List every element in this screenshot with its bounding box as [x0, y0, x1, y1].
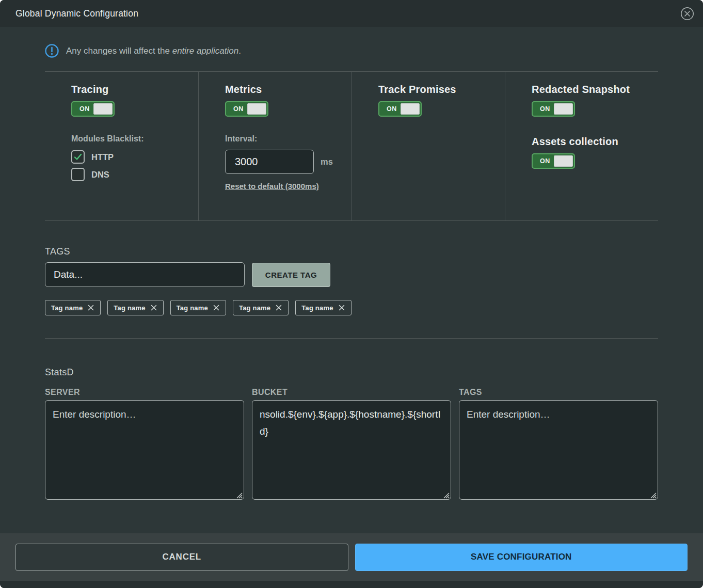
x-icon — [213, 304, 220, 311]
toggle-on-label: ON — [79, 105, 90, 113]
x-icon — [338, 304, 345, 311]
server-textarea[interactable] — [45, 400, 244, 500]
statsd-tags-textarea[interactable] — [459, 400, 658, 500]
close-button[interactable] — [680, 6, 694, 21]
notice-text: Any changes will affect the entire appli… — [66, 46, 241, 56]
redacted-snapshot-title: Redacted Snapshot — [532, 84, 650, 96]
modal-header: Global Dynamic Configuration — [0, 0, 703, 27]
statsd-section-label: StatsD — [45, 367, 658, 378]
panel-redacted-snapshot: Redacted Snapshot ON Assets collection O… — [505, 72, 658, 220]
http-checkbox[interactable] — [71, 150, 85, 164]
settings-grid: Tracing ON Modules Blacklist: HTTP — [45, 71, 658, 221]
tag-chip-label: Tag name — [239, 304, 270, 312]
dns-checkbox-label: DNS — [91, 170, 109, 180]
interval-input[interactable] — [225, 150, 314, 174]
tags-section: TAGS CREATE TAG Tag name Tag name Tag na… — [45, 246, 658, 315]
toggle-knob — [554, 103, 573, 115]
statsd-server-field: SERVER — [45, 388, 244, 502]
statsd-section: StatsD SERVER BUCKET nsolid.${env}.${app… — [45, 367, 658, 502]
modal-bottom-edge — [0, 581, 703, 588]
panel-metrics: Metrics ON Interval: ms Reset to default… — [198, 72, 352, 220]
http-checkbox-label: HTTP — [91, 152, 114, 162]
tag-chip: Tag name — [295, 300, 351, 315]
toggle-on-label: ON — [540, 105, 550, 113]
statsd-grid: SERVER BUCKET nsolid.${env}.${app}.${hos… — [45, 388, 658, 502]
modules-blacklist-label: Modules Blacklist: — [71, 134, 190, 144]
x-icon — [275, 304, 282, 311]
section-divider — [45, 338, 658, 339]
toggle-on-label: ON — [233, 105, 244, 113]
tag-chip: Tag name — [45, 300, 101, 315]
track-promises-title: Track Promises — [378, 84, 497, 96]
panel-tracing: Tracing ON Modules Blacklist: HTTP — [45, 72, 198, 220]
toggle-knob — [247, 103, 266, 115]
toggle-knob — [93, 103, 113, 115]
interval-row: ms — [225, 150, 343, 174]
statsd-bucket-field: BUCKET nsolid.${env}.${app}.${hostname}.… — [252, 388, 451, 502]
reset-default-link[interactable]: Reset to default (3000ms) — [225, 182, 319, 190]
checkbox-row-dns[interactable]: DNS — [71, 168, 190, 181]
redacted-snapshot-toggle[interactable]: ON — [532, 101, 575, 117]
tag-chip-label: Tag name — [51, 304, 83, 312]
metrics-toggle[interactable]: ON — [225, 101, 268, 117]
remove-tag-button[interactable] — [87, 304, 94, 311]
tags-section-label: TAGS — [45, 246, 658, 257]
notice-banner: Any changes will affect the entire appli… — [45, 44, 658, 58]
statsd-tags-field: TAGS — [459, 388, 658, 502]
tag-chip-label: Tag name — [177, 304, 208, 312]
toggle-knob — [401, 103, 420, 115]
x-icon — [150, 304, 157, 311]
toggle-on-label: ON — [387, 105, 397, 113]
interval-unit: ms — [321, 157, 333, 167]
metrics-title: Metrics — [225, 84, 343, 96]
global-dynamic-configuration-modal: Global Dynamic Configuration Any changes… — [0, 0, 703, 588]
info-icon — [45, 44, 59, 58]
tag-name-input[interactable] — [45, 262, 245, 287]
dns-checkbox[interactable] — [71, 168, 85, 181]
tracing-title: Tracing — [71, 84, 190, 96]
tracing-toggle[interactable]: ON — [71, 101, 115, 117]
server-label: SERVER — [45, 388, 244, 397]
tag-chip-label: Tag name — [301, 304, 333, 312]
modal-body: Any changes will affect the entire appli… — [0, 27, 703, 533]
modal-footer: CANCEL SAVE CONFIGURATION — [0, 533, 703, 581]
remove-tag-button[interactable] — [150, 304, 157, 311]
close-icon — [680, 7, 694, 21]
remove-tag-button[interactable] — [338, 304, 345, 311]
track-promises-toggle[interactable]: ON — [378, 101, 422, 117]
panel-track-promises: Track Promises ON — [352, 72, 505, 220]
cancel-button[interactable]: CANCEL — [15, 544, 348, 571]
assets-collection-title: Assets collection — [532, 136, 650, 148]
create-tag-button[interactable]: CREATE TAG — [252, 263, 330, 287]
remove-tag-button[interactable] — [213, 304, 220, 311]
checkmark-icon — [74, 153, 82, 161]
toggle-knob — [554, 155, 573, 167]
page-title: Global Dynamic Configuration — [15, 8, 680, 19]
toggle-on-label: ON — [540, 157, 550, 165]
save-configuration-button[interactable]: SAVE CONFIGURATION — [355, 544, 688, 571]
tag-chip-label: Tag name — [114, 304, 145, 312]
bucket-textarea[interactable]: nsolid.${env}.${app}.${hostname}.${short… — [252, 400, 451, 500]
assets-collection-toggle[interactable]: ON — [532, 153, 575, 169]
tag-chip-list: Tag name Tag name Tag name Tag name Tag … — [45, 300, 658, 315]
tag-chip: Tag name — [107, 300, 163, 315]
statsd-tags-label: TAGS — [459, 388, 658, 397]
tag-chip: Tag name — [170, 300, 226, 315]
interval-label: Interval: — [225, 134, 343, 144]
remove-tag-button[interactable] — [275, 304, 282, 311]
tags-input-row: CREATE TAG — [45, 262, 658, 287]
x-icon — [87, 304, 94, 311]
bucket-label: BUCKET — [252, 388, 451, 397]
checkbox-row-http[interactable]: HTTP — [71, 150, 190, 164]
tag-chip: Tag name — [233, 300, 289, 315]
